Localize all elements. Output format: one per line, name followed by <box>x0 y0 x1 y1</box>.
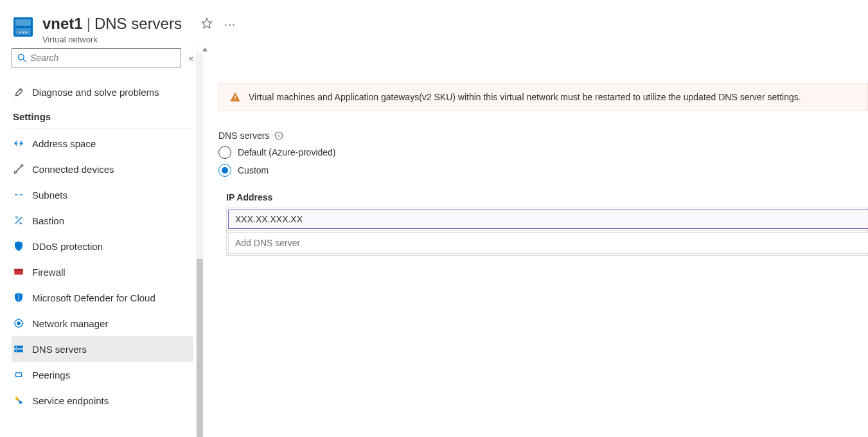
main-content: Virtual machines and Application gateway… <box>196 44 868 430</box>
address-space-icon <box>13 138 32 149</box>
add-dns-server-input[interactable] <box>228 232 868 254</box>
sidebar: « Diagnose and solve problems Settings A… <box>0 44 196 430</box>
svg-marker-19 <box>202 48 208 51</box>
ip-address-table <box>226 208 868 256</box>
svg-rect-1 <box>15 19 31 26</box>
collapse-sidebar-icon[interactable]: « <box>189 53 193 63</box>
warning-text: Virtual machines and Application gateway… <box>249 92 801 102</box>
network-manager-icon <box>13 317 32 329</box>
sidebar-search[interactable] <box>12 48 181 67</box>
page-header: www vnet1|DNS servers Virtual network ··… <box>0 0 868 44</box>
radio-custom[interactable]: Custom <box>218 164 868 177</box>
sidebar-item-label: Diagnose and solve problems <box>32 87 159 98</box>
sidebar-item-label: Peerings <box>32 370 70 380</box>
sidebar-item-connected-devices[interactable]: Connected devices <box>12 156 193 182</box>
svg-rect-21 <box>235 100 236 101</box>
vnet-resource-icon: www <box>13 17 33 37</box>
sidebar-item-label: Subnets <box>32 190 67 201</box>
sidebar-item-label: DNS servers <box>32 344 87 355</box>
dns-section-label: DNS servers <box>218 130 269 141</box>
resource-name: vnet1 <box>42 15 83 32</box>
search-input[interactable] <box>30 53 175 63</box>
page-section-title: DNS servers <box>94 15 182 32</box>
svg-marker-4 <box>202 19 211 28</box>
scrollbar-thumb[interactable] <box>197 259 203 437</box>
svg-line-6 <box>23 59 26 62</box>
sidebar-item-ddos[interactable]: DDoS protection <box>12 233 193 259</box>
svg-text:www: www <box>18 30 28 35</box>
svg-point-12 <box>17 322 21 325</box>
sidebar-item-defender[interactable]: Microsoft Defender for Cloud <box>12 285 193 310</box>
sidebar-item-label: Microsoft Defender for Cloud <box>32 292 155 303</box>
sidebar-item-label: Connected devices <box>32 164 114 175</box>
sidebar-item-service-endpoints[interactable]: Service endpoints <box>12 388 193 413</box>
svg-rect-14 <box>14 350 23 353</box>
sidebar-item-subnets[interactable]: Subnets <box>12 182 193 208</box>
svg-point-5 <box>18 54 24 60</box>
svg-point-15 <box>16 346 17 348</box>
svg-point-8 <box>21 165 23 166</box>
info-icon[interactable] <box>274 131 283 140</box>
radio-label-default: Default (Azure-provided) <box>238 147 336 157</box>
svg-point-24 <box>279 134 279 134</box>
wrench-icon <box>13 86 32 98</box>
resource-type-label: Virtual network <box>42 35 182 44</box>
sidebar-item-network-manager[interactable]: Network manager <box>12 310 193 336</box>
shield-icon <box>13 240 32 252</box>
sidebar-item-firewall[interactable]: Firewall <box>12 259 193 285</box>
dns-servers-icon <box>13 343 32 355</box>
sidebar-item-peerings[interactable]: Peerings <box>12 362 193 388</box>
sidebar-item-label: Firewall <box>32 267 66 278</box>
favorite-star-icon[interactable] <box>201 17 213 31</box>
subnets-icon <box>13 189 32 201</box>
firewall-icon <box>13 266 32 278</box>
radio-icon <box>218 146 231 159</box>
svg-rect-20 <box>235 96 236 99</box>
search-icon <box>17 53 26 62</box>
page-title: vnet1|DNS servers <box>42 14 182 33</box>
ip-address-input[interactable] <box>228 210 868 229</box>
defender-shield-icon <box>13 292 32 303</box>
more-actions-icon[interactable]: ··· <box>224 19 236 30</box>
divider <box>12 129 193 129</box>
bastion-icon <box>13 215 32 226</box>
svg-rect-10 <box>14 269 23 271</box>
sidebar-item-label: Network manager <box>32 318 108 329</box>
svg-point-7 <box>14 172 16 174</box>
sidebar-item-dns-servers[interactable]: DNS servers <box>12 336 193 362</box>
sidebar-item-label: Address space <box>32 138 96 149</box>
radio-label-custom: Custom <box>238 165 269 175</box>
sidebar-item-label: DDoS protection <box>32 241 103 252</box>
warning-icon <box>229 91 241 103</box>
service-endpoints-icon <box>13 395 32 406</box>
sidebar-item-address-space[interactable]: Address space <box>12 130 193 156</box>
ip-address-column-header: IP Address <box>226 192 868 202</box>
radio-icon <box>218 164 231 177</box>
warning-banner: Virtual machines and Application gateway… <box>218 83 868 111</box>
sidebar-section-settings: Settings <box>13 111 193 122</box>
peerings-icon <box>13 369 32 380</box>
sidebar-item-bastion[interactable]: Bastion <box>12 208 193 233</box>
sidebar-item-diagnose[interactable]: Diagnose and solve problems <box>12 79 193 105</box>
radio-default[interactable]: Default (Azure-provided) <box>218 146 868 159</box>
connected-devices-icon <box>13 163 32 175</box>
svg-rect-13 <box>14 346 23 349</box>
sidebar-item-label: Bastion <box>32 215 64 226</box>
svg-point-16 <box>16 350 17 352</box>
scrollbar-track[interactable] <box>197 53 203 430</box>
sidebar-item-label: Service endpoints <box>32 395 109 406</box>
